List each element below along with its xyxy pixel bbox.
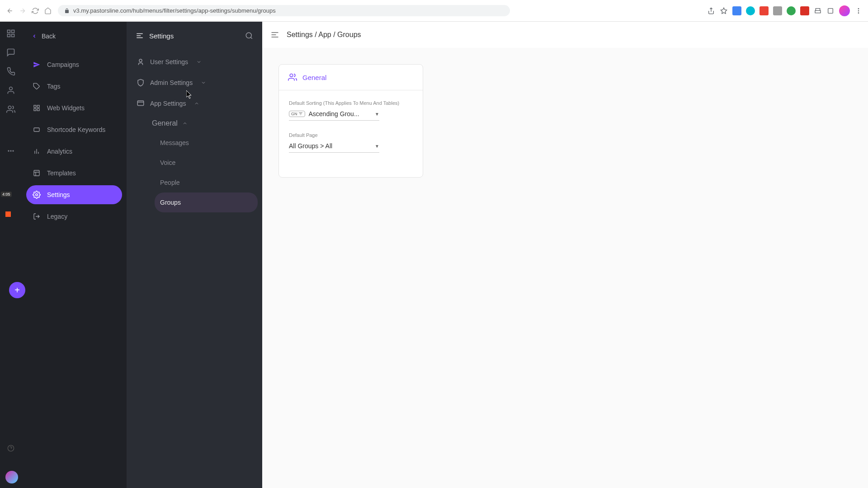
hub-icon[interactable]: [5, 28, 16, 39]
svg-point-19: [246, 33, 251, 38]
reading-list-icon[interactable]: [826, 7, 835, 15]
nav-item-templates[interactable]: Templates: [26, 164, 122, 183]
app-icon: [137, 99, 145, 108]
svg-rect-15: [37, 108, 39, 111]
icon-rail: 4:05 +: [0, 22, 22, 488]
activity-icon[interactable]: [5, 145, 16, 156]
back-label: Back: [42, 33, 56, 40]
nav-item-analytics[interactable]: Analytics: [26, 142, 122, 161]
key-icon: [33, 126, 41, 134]
profile-avatar[interactable]: [839, 5, 850, 16]
lock-icon: [64, 8, 70, 14]
sorting-value: Ascending Grou...: [309, 110, 369, 117]
gear-icon: [33, 191, 41, 199]
browser-home-button[interactable]: [43, 6, 52, 15]
svg-rect-21: [137, 101, 144, 106]
back-button[interactable]: Back: [26, 28, 122, 44]
breadcrumb: Settings / App / Groups: [287, 31, 361, 39]
collapse-sidebar-icon[interactable]: [270, 30, 279, 39]
svg-rect-12: [34, 105, 36, 108]
grid-icon: [33, 104, 41, 112]
svg-point-20: [139, 59, 142, 62]
chart-icon: [33, 147, 41, 155]
sorting-label: Default Sorting (This Applies To Menu An…: [289, 100, 413, 106]
svg-point-1: [858, 8, 859, 9]
collapse-icon[interactable]: [136, 32, 144, 40]
star-icon[interactable]: [720, 7, 728, 15]
subsection-general[interactable]: General: [146, 114, 258, 133]
subitem-voice[interactable]: Voice: [155, 153, 258, 173]
subitem-people[interactable]: People: [155, 173, 258, 192]
section-admin-settings[interactable]: Admin Settings: [131, 72, 258, 93]
user-avatar[interactable]: [5, 471, 18, 483]
search-icon[interactable]: [245, 32, 253, 40]
svg-rect-0: [828, 8, 833, 13]
subitem-messages[interactable]: Messages: [155, 133, 258, 153]
puzzle-icon[interactable]: [814, 7, 822, 15]
extension-icon[interactable]: [760, 6, 769, 15]
people-icon[interactable]: [5, 104, 16, 115]
extension-icon[interactable]: [773, 6, 782, 15]
svg-rect-16: [34, 128, 39, 131]
general-card: General Default Sorting (This Applies To…: [278, 64, 423, 178]
section-label: Admin Settings: [150, 79, 193, 86]
svg-point-10: [12, 150, 14, 151]
menu-icon[interactable]: [854, 7, 863, 15]
chevron-down-icon: [196, 59, 202, 65]
nav-item-shortcode[interactable]: Shortcode Keywords: [26, 120, 122, 139]
svg-rect-4: [8, 30, 10, 33]
chevron-up-icon: [182, 121, 188, 126]
browser-forward-button[interactable]: [18, 6, 27, 15]
extension-icon[interactable]: [732, 6, 741, 15]
sorting-select[interactable]: GN Ascending Grou... ▼: [289, 108, 379, 121]
page-select[interactable]: All Groups > All ▼: [289, 141, 379, 153]
browser-back-button[interactable]: [5, 6, 14, 15]
extension-icon[interactable]: [746, 6, 755, 15]
record-indicator: [5, 211, 11, 217]
section-app-settings[interactable]: App Settings: [131, 93, 258, 114]
help-icon[interactable]: [7, 445, 14, 452]
svg-rect-7: [12, 34, 14, 37]
share-icon[interactable]: [707, 7, 715, 15]
section-user-settings[interactable]: User Settings: [131, 52, 258, 72]
browser-toolbar: v3.my.pastorsline.com/hub/menus/filter/s…: [0, 0, 868, 22]
svg-rect-17: [34, 170, 39, 176]
nav-item-legacy[interactable]: Legacy: [26, 207, 122, 226]
section-label: App Settings: [150, 100, 186, 107]
svg-rect-5: [12, 30, 14, 33]
browser-reload-button[interactable]: [31, 6, 40, 15]
rail-timer: 4:05: [1, 192, 12, 197]
nav-label: Legacy: [47, 213, 67, 220]
nav-item-campaigns[interactable]: Campaigns: [26, 55, 122, 74]
chevron-down-icon: [201, 80, 206, 85]
caret-down-icon: ▼: [375, 144, 379, 149]
send-icon: [33, 61, 41, 69]
nav-item-settings[interactable]: Settings: [26, 185, 122, 204]
sort-badge: GN: [289, 111, 305, 117]
svg-point-18: [36, 194, 38, 196]
legacy-icon: [33, 212, 41, 221]
card-title: General: [302, 74, 326, 81]
main-content: Settings / App / Groups General Default …: [262, 22, 868, 488]
secondary-sidebar: Settings User Settings Admin Settings Ap…: [127, 22, 262, 488]
extension-icon[interactable]: [787, 6, 796, 15]
section-label: User Settings: [150, 58, 188, 66]
add-button[interactable]: +: [9, 282, 25, 298]
person-icon[interactable]: [5, 85, 16, 96]
svg-point-9: [10, 150, 11, 151]
chevron-up-icon: [194, 101, 199, 106]
svg-rect-14: [34, 108, 36, 111]
page-label: Default Page: [289, 132, 413, 138]
extension-icon[interactable]: [800, 6, 809, 15]
nav-item-tags[interactable]: Tags: [26, 77, 122, 96]
phone-icon[interactable]: [5, 66, 16, 77]
subitem-groups[interactable]: Groups: [155, 192, 258, 212]
page-value: All Groups > All: [289, 142, 368, 150]
browser-url-bar[interactable]: v3.my.pastorsline.com/hub/menus/filter/s…: [58, 5, 510, 16]
nav-label: Analytics: [47, 148, 72, 155]
people-icon: [288, 73, 297, 82]
chat-icon[interactable]: [5, 47, 16, 58]
nav-item-widgets[interactable]: Web Widgets: [26, 99, 122, 117]
caret-down-icon: ▼: [375, 112, 379, 117]
tag-icon: [33, 82, 41, 90]
